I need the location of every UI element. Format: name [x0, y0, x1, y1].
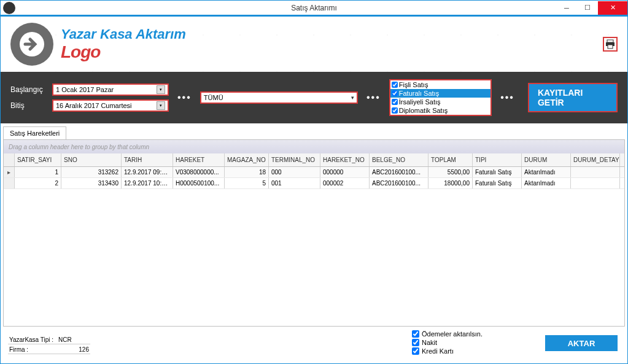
start-date-input[interactable]: 1 Ocak 2017 Pazar ▾: [52, 83, 169, 96]
firma-value: 126: [57, 346, 90, 354]
checklist-item[interactable]: İrsaliyeli Satış: [390, 98, 490, 106]
cell-satir_sayi: 2: [15, 178, 61, 188]
col-tarih[interactable]: TARIH: [122, 153, 173, 166]
col-durum[interactable]: DURUM: [522, 153, 571, 166]
cell-sno: 313262: [61, 167, 122, 177]
maximize-button[interactable]: ☐: [577, 1, 598, 15]
footer-info: YazarKasa Tipi : NCR Firma : 126: [8, 336, 90, 354]
col-magaza-no[interactable]: MAGAZA_NO: [225, 153, 269, 166]
start-date-value: 1 Ocak 2017 Pazar: [56, 86, 157, 93]
calendar-icon[interactable]: ▾: [157, 85, 165, 94]
print-button[interactable]: [603, 37, 618, 52]
cell-terminal_no: 001: [269, 178, 320, 188]
col-tipi[interactable]: TIPI: [473, 153, 522, 166]
store-combo[interactable]: TÜMÜ ▾: [200, 91, 358, 104]
col-belge-no[interactable]: BELGE_NO: [370, 153, 428, 166]
cell-tarih: 12.9.2017 09:3...: [122, 167, 173, 177]
col-hareket[interactable]: HAREKET: [173, 153, 225, 166]
fetch-records-button[interactable]: KAYITLARI GETİR: [528, 83, 618, 112]
cell-durum: Aktarılmadı: [522, 178, 571, 188]
transfer-options: Ödemeler aktarılsın. Nakit Kredi Kartı: [412, 330, 483, 355]
cell-hareket: V0308000000...: [173, 167, 225, 177]
grid-header-row: SATIR_SAYI SNO TARIH HAREKET MAGAZA_NO T…: [4, 153, 624, 167]
cell-toplam: 18000,00: [428, 178, 473, 188]
header-titles: Yazar Kasa Aktarım Logo: [61, 26, 186, 62]
cell-terminal_no: 000: [269, 167, 320, 177]
more-types-button[interactable]: •••: [500, 92, 514, 103]
checkbox-payments[interactable]: Ödemeler aktarılsın.: [412, 330, 483, 338]
row-indicator: [4, 178, 15, 188]
yazarkasa-tipi-label: YazarKasa Tipi :: [8, 336, 57, 344]
checkbox-card-input[interactable]: [412, 347, 419, 355]
more-stores-button[interactable]: •••: [366, 92, 381, 103]
checklist-item[interactable]: Diplomatik Satış: [390, 106, 490, 115]
cell-hareket_no: 000000: [320, 167, 370, 177]
end-date-label: Bitiş: [10, 101, 48, 110]
end-date-value: 16 Aralık 2017 Cumartesi: [56, 102, 157, 109]
col-sno[interactable]: SNO: [61, 153, 122, 166]
cell-satir_sayi: 1: [15, 167, 61, 177]
brand-logo: Logo: [61, 42, 186, 62]
col-durum-detay[interactable]: DURUM_DETAY: [571, 153, 620, 166]
sale-type-checklist[interactable]: Fişli SatışFaturalı Satışİrsaliyeli Satı…: [389, 79, 492, 116]
checklist-item[interactable]: Faturalı Satış: [390, 89, 490, 98]
window-controls: ─ ☐ ✕: [556, 1, 627, 15]
window-title: Satış Aktarımı: [291, 4, 337, 12]
app-window: Satış Aktarımı ─ ☐ ✕ Yazar Kasa Aktarım …: [0, 0, 628, 364]
firma-label: Firma :: [8, 346, 57, 354]
col-toplam[interactable]: TOPLAM: [428, 153, 473, 166]
chevron-down-icon: ▾: [351, 95, 354, 101]
minimize-button[interactable]: ─: [556, 1, 577, 15]
transfer-icon: [10, 23, 53, 66]
checkbox-payments-label: Ödemeler aktarılsın.: [422, 330, 483, 338]
start-date-label: Başlangıç: [10, 85, 48, 94]
store-combo-value: TÜMÜ: [204, 94, 351, 101]
header: Yazar Kasa Aktarım Logo: [1, 17, 627, 72]
svg-rect-3: [608, 45, 613, 48]
more-dates-button[interactable]: •••: [177, 92, 192, 103]
tab-sales-movements[interactable]: Satış Hareketleri: [3, 126, 66, 139]
cell-magaza_no: 5: [225, 178, 269, 188]
printer-icon: [605, 39, 615, 49]
checkbox-cash-input[interactable]: [412, 339, 419, 346]
checklist-checkbox[interactable]: [392, 99, 398, 105]
titlebar: Satış Aktarımı ─ ☐ ✕: [1, 1, 627, 17]
app-icon: [3, 2, 15, 14]
checkbox-card-label: Kredi Kartı: [422, 347, 454, 355]
checkbox-cash-label: Nakit: [422, 339, 437, 346]
cell-hareket_no: 000002: [320, 178, 370, 188]
calendar-icon[interactable]: ▾: [157, 101, 165, 110]
transfer-button[interactable]: AKTAR: [545, 335, 618, 351]
cell-tipi: Faturalı Satış: [473, 178, 522, 188]
checklist-checkbox[interactable]: [392, 82, 398, 88]
checkbox-payments-input[interactable]: [412, 330, 419, 338]
table-row[interactable]: ▸131326212.9.2017 09:3...V0308000000...1…: [4, 167, 624, 178]
svg-rect-1: [607, 40, 613, 42]
checklist-item-label: İrsaliyeli Satış: [399, 98, 441, 106]
checkbox-cash[interactable]: Nakit: [412, 339, 483, 346]
cell-hareket: H0000500100...: [173, 178, 225, 188]
checklist-checkbox[interactable]: [392, 90, 398, 96]
cell-belge_no: ABC201600100...: [370, 167, 428, 177]
cell-magaza_no: 18: [225, 167, 269, 177]
cell-durum_detay: [571, 178, 620, 188]
col-satir-sayi[interactable]: SATIR_SAYI: [15, 153, 61, 166]
col-hareket-no[interactable]: HAREKET_NO: [320, 153, 370, 166]
close-button[interactable]: ✕: [598, 1, 627, 15]
data-grid: Drag a column header here to group by th…: [3, 139, 625, 327]
tab-strip: Satış Hareketleri: [1, 123, 627, 139]
grid-body[interactable]: ▸131326212.9.2017 09:3...V0308000000...1…: [4, 167, 624, 326]
end-date-input[interactable]: 16 Aralık 2017 Cumartesi ▾: [52, 99, 169, 112]
checklist-checkbox[interactable]: [392, 107, 398, 114]
cell-durum: Aktarılmadı: [522, 167, 571, 177]
footer: YazarKasa Tipi : NCR Firma : 126 Ödemele…: [1, 327, 627, 363]
cell-toplam: 5500,00: [428, 167, 473, 177]
checklist-item-label: Faturalı Satış: [399, 90, 439, 97]
checklist-item-label: Diplomatik Satış: [399, 107, 448, 114]
page-title: Yazar Kasa Aktarım: [61, 26, 186, 42]
checklist-item[interactable]: Fişli Satış: [390, 80, 490, 89]
group-panel[interactable]: Drag a column header here to group by th…: [4, 140, 624, 153]
col-terminal-no[interactable]: TERMINAL_NO: [269, 153, 320, 166]
checkbox-card[interactable]: Kredi Kartı: [412, 347, 483, 355]
table-row[interactable]: 231343012.9.2017 10:1...H0000500100...50…: [4, 178, 624, 189]
